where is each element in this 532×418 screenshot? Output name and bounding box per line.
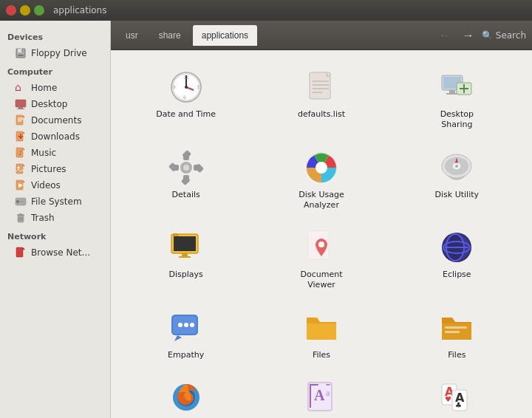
- app-item-fontviewer[interactable]: A a Font Viewer: [255, 372, 387, 418]
- svg-rect-93: [445, 331, 460, 333]
- fontviewer-icon: A a: [302, 378, 341, 417]
- svg-text:a: a: [326, 388, 330, 398]
- app-label-eclipse: Eclipse: [443, 270, 471, 280]
- svg-point-89: [184, 323, 188, 327]
- toolbar: usr share applications ← → 🔍 Search: [111, 21, 532, 50]
- freecell-icon: A ♥ A ♣: [437, 378, 476, 417]
- diskutility-icon: [437, 148, 476, 187]
- app-label-diskusage: Disk Usage Analyzer: [288, 190, 355, 211]
- sidebar-item-browsenet[interactable]: Browse Net...: [0, 244, 110, 261]
- downloads-icon: [15, 131, 27, 143]
- content-area: 12369 Date and Time defaults.list: [111, 50, 532, 418]
- eclipse-icon: [437, 228, 476, 267]
- svg-rect-6: [17, 109, 24, 109]
- svg-point-24: [16, 200, 19, 203]
- empathy-icon: [167, 309, 205, 347]
- svg-rect-98: [310, 384, 311, 408]
- displays-icon: [167, 228, 205, 267]
- svg-rect-5: [18, 107, 23, 109]
- svg-text:6: 6: [183, 95, 186, 100]
- nav-back-button[interactable]: ←: [434, 25, 455, 46]
- sidebar-section-devices: Devices: [0, 27, 110, 45]
- svg-text:A: A: [314, 387, 325, 403]
- sidebar-item-documents-label: Documents: [31, 115, 81, 126]
- sidebar-item-documents[interactable]: Documents: [0, 112, 110, 129]
- videos-icon: [15, 179, 27, 191]
- desktopsharing-icon: [437, 68, 476, 106]
- svg-rect-4: [16, 100, 26, 107]
- app-item-firefox[interactable]: Firefox Web Browser: [120, 372, 252, 418]
- files1-icon: [302, 309, 341, 347]
- app-label-files2: Files: [448, 350, 466, 360]
- sidebar-item-floppy[interactable]: Floppy Drive: [0, 45, 110, 61]
- svg-point-88: [178, 323, 183, 327]
- sidebar-item-trash-label: Trash: [31, 213, 55, 223]
- app-item-freecell[interactable]: A ♥ A ♣ FreeCell Solitaire: [391, 372, 523, 418]
- svg-text:♣: ♣: [455, 401, 462, 409]
- app-label-displays: Displays: [169, 270, 203, 280]
- sidebar-item-videos[interactable]: Videos: [0, 177, 110, 193]
- defaults-icon: [302, 68, 341, 106]
- sidebar-item-filesystem-label: File System: [31, 196, 82, 207]
- sidebar-item-pictures[interactable]: Pictures: [0, 161, 110, 177]
- svg-marker-18: [23, 164, 25, 166]
- svg-marker-33: [23, 247, 25, 250]
- svg-point-57: [183, 165, 189, 171]
- sidebar-item-downloads[interactable]: Downloads: [0, 129, 110, 145]
- sidebar-item-desktop-label: Desktop: [31, 99, 68, 109]
- firefox-icon: [167, 378, 205, 417]
- window-controls[interactable]: [6, 5, 44, 16]
- app-item-datetime[interactable]: 12369 Date and Time: [120, 62, 252, 137]
- app-item-files1[interactable]: Files: [255, 303, 387, 366]
- app-item-files2[interactable]: Files: [391, 303, 523, 366]
- app-item-details[interactable]: Details: [120, 143, 252, 217]
- home-icon: ⌂: [15, 82, 27, 94]
- svg-rect-76: [182, 253, 188, 256]
- sidebar-item-filesystem[interactable]: File System: [0, 193, 110, 210]
- diskusage-icon: [302, 148, 341, 187]
- sidebar-item-home[interactable]: ⌂ Home: [0, 80, 110, 96]
- sidebar-section-network: Network: [0, 226, 110, 244]
- app-item-docviewer[interactable]: Document Viewer: [255, 222, 387, 297]
- app-label-desktopsharing: Desktop Sharing: [423, 109, 490, 131]
- nav-forward-button[interactable]: →: [458, 25, 479, 46]
- svg-marker-15: [23, 148, 25, 150]
- svg-text:9: 9: [173, 84, 176, 89]
- tab-share[interactable]: share: [150, 25, 190, 46]
- svg-rect-28: [19, 213, 22, 215]
- app-label-empathy: Empathy: [168, 350, 204, 360]
- network-icon: [15, 247, 27, 258]
- svg-rect-74: [174, 236, 196, 251]
- svg-rect-92: [445, 326, 467, 329]
- svg-rect-77: [179, 256, 191, 258]
- app-item-defaults[interactable]: defaults.list: [255, 62, 387, 137]
- app-item-diskutility[interactable]: Disk Utility: [391, 143, 523, 217]
- app-label-diskutility: Disk Utility: [435, 190, 479, 200]
- sidebar-item-desktop[interactable]: Desktop: [0, 96, 110, 112]
- app-item-eclipse[interactable]: Eclipse: [391, 222, 523, 297]
- app-item-diskusage[interactable]: Disk Usage Analyzer: [255, 143, 387, 217]
- sidebar-item-videos-label: Videos: [31, 180, 61, 191]
- hdd-icon: [15, 47, 27, 59]
- tab-usr[interactable]: usr: [117, 25, 147, 46]
- app-label-datetime: Date and Time: [156, 109, 216, 120]
- app-item-empathy[interactable]: Empathy: [120, 303, 252, 366]
- sidebar-item-music[interactable]: ♪ Music: [0, 145, 110, 161]
- titlebar: applications: [0, 0, 532, 21]
- svg-text:12: 12: [183, 75, 189, 80]
- close-button[interactable]: [6, 5, 16, 16]
- files2-icon: [437, 309, 476, 347]
- maximize-button[interactable]: [34, 5, 44, 16]
- minimize-button[interactable]: [20, 5, 30, 16]
- pictures-icon: [15, 163, 27, 175]
- app-label-details: Details: [172, 190, 200, 200]
- sidebar-item-pictures-label: Pictures: [31, 164, 66, 174]
- sidebar-item-trash[interactable]: Trash: [0, 210, 110, 226]
- window-title: applications: [53, 5, 526, 16]
- svg-text:♥: ♥: [445, 395, 451, 403]
- app-item-displays[interactable]: Displays: [120, 222, 252, 297]
- sidebar-item-floppy-label: Floppy Drive: [31, 48, 87, 58]
- svg-marker-21: [23, 180, 25, 182]
- tab-applications[interactable]: applications: [193, 25, 257, 46]
- app-item-desktopsharing[interactable]: Desktop Sharing: [391, 62, 523, 137]
